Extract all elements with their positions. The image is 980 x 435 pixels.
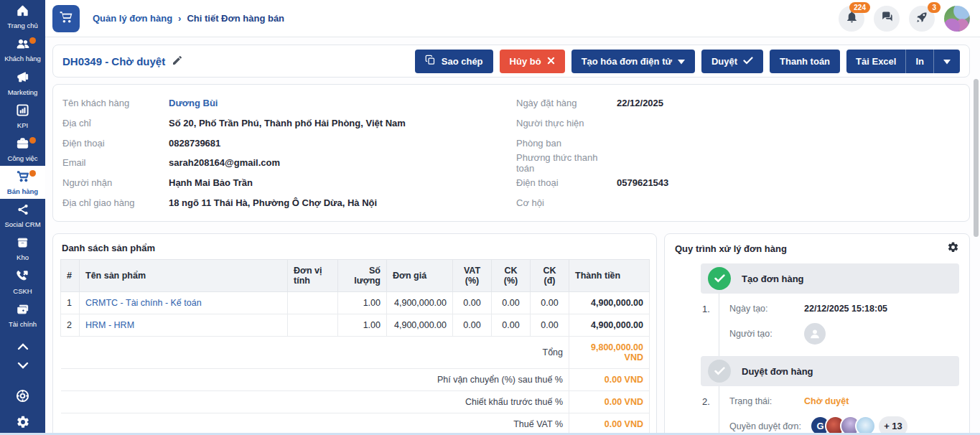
briefcase-icon	[16, 136, 29, 153]
edit-pencil-icon[interactable]	[172, 55, 183, 68]
home-icon	[16, 4, 29, 20]
field-label: Phương thức thanh toán	[516, 152, 617, 174]
approver-avatar[interactable]	[855, 416, 876, 435]
sidebar-item-marketing[interactable]: Marketing	[0, 66, 45, 99]
receiver-value: Hạnh Mai Bảo Trần	[169, 177, 253, 188]
notifications-badge: 224	[849, 2, 870, 13]
product-link[interactable]: CRMTC - Tài chính - Kế toán	[85, 298, 202, 308]
phone-value: 0828739681	[169, 138, 220, 149]
order-process-card: Quy trình xử lý đơn hàng Tạo đơn hàng 1.…	[664, 233, 970, 435]
process-title: Quy trình xử lý đơn hàng	[675, 243, 787, 254]
user-avatar[interactable]	[944, 6, 970, 32]
timeline-connector	[719, 271, 719, 435]
sidebar-item-trang-chu[interactable]: Trang chủ	[0, 0, 45, 33]
sidebar-scroll-down-icon[interactable]	[0, 356, 45, 375]
order-title: DH0349 - Chờ duyệt	[62, 55, 183, 68]
cart-icon	[16, 169, 30, 186]
customers-icon	[16, 37, 30, 53]
sidebar-item-cong-viec[interactable]: Công việc	[0, 133, 45, 166]
sidebar-item-kho[interactable]: Kho	[0, 233, 45, 266]
order-date-value: 22/12/2025	[617, 98, 663, 108]
phone2-value: 0579621543	[617, 177, 668, 188]
module-sales-tile[interactable]	[52, 5, 80, 32]
x-icon	[547, 56, 555, 67]
sidebar: Trang chủ Khách hàng Marketing KPI Công …	[0, 0, 45, 435]
col-product-name: Tên sản phẩm	[80, 260, 288, 292]
step-create-order-content: 1. Ngày tạo: 22/12/2025 15:18:05 Người t…	[729, 294, 959, 356]
step-approve-order-bar: Duyệt đơn hàng	[701, 356, 959, 386]
rocket-button[interactable]: 3	[909, 6, 935, 32]
product-link[interactable]: HRM - HRM	[85, 320, 134, 330]
col-price: Đơn giá	[387, 260, 453, 292]
phone-call-icon	[16, 269, 29, 286]
process-steps: Tạo đơn hàng 1. Ngày tạo: 22/12/2025 15:…	[675, 263, 959, 435]
product-table: # Tên sản phẩm Đơn vị tính Số lượng Đơn …	[60, 259, 650, 435]
finance-cards-icon	[16, 303, 29, 319]
col-ck-pct: CK (%)	[492, 260, 531, 292]
cart-icon	[58, 9, 74, 27]
step-create-order-bar: Tạo đơn hàng	[701, 263, 959, 294]
breadcrumb-parent[interactable]: Quản lý đơn hàng	[93, 13, 172, 24]
more-export-options-button[interactable]	[933, 50, 960, 73]
chat-icon	[880, 10, 894, 27]
address-value: Số 20, Phố Trần Phú, Thành phố Hải Phòng…	[169, 118, 406, 128]
cancel-button[interactable]: Hủy bỏ	[500, 50, 565, 73]
rocket-badge: 3	[928, 2, 941, 13]
shipping-fee: 0.00 VND	[569, 369, 650, 391]
create-einvoice-button[interactable]: Tạo hóa đơn điện tử	[571, 50, 695, 73]
sidebar-item-khach-hang[interactable]: Khách hàng	[0, 33, 45, 66]
megaphone-icon	[16, 70, 29, 87]
email-value: sarah208164@gmail.com	[169, 157, 280, 168]
summary-row-discount: Chiết khấu trước thuế % 0.00 VND	[61, 391, 650, 413]
export-excel-button[interactable]: Tải Excel	[846, 50, 905, 73]
status-badge: Chờ duyệt	[804, 396, 849, 406]
order-details-card: Tên khách hàngDương Bùi Địa chỉSố 20, Ph…	[52, 84, 970, 222]
warehouse-box-icon	[16, 236, 29, 252]
sidebar-item-ban-hang[interactable]: Bán hàng	[0, 166, 45, 199]
summary-row-vat: Thuế VAT % 0.00 VND	[61, 413, 650, 435]
notifications-button[interactable]: 224	[839, 6, 864, 32]
breadcrumb: Quản lý đơn hàng › Chi tiết Đơn hàng bán	[93, 13, 284, 24]
step-pending-check-icon	[708, 360, 731, 383]
field-label: Người thực hiện	[516, 118, 617, 128]
sidebar-item-social-crm[interactable]: Social CRM	[0, 199, 45, 232]
step-approve-order-content: 2. Trạng thái: Chờ duyệt Quyền duyệt đơn…	[729, 386, 959, 435]
caret-down-icon	[678, 56, 685, 67]
summary-row-shipping: Phí vận chuyển (%) sau thuế % 0.00 VND	[61, 369, 650, 391]
table-row: 1 CRMTC - Tài chính - Kế toán 1.00 4,900…	[61, 292, 650, 314]
col-vat: VAT (%)	[453, 260, 492, 292]
print-button[interactable]: In	[905, 50, 933, 73]
topbar: Quản lý đơn hàng › Chi tiết Đơn hàng bán…	[45, 0, 980, 37]
support-icon[interactable]	[0, 383, 45, 408]
messages-button[interactable]	[874, 6, 900, 32]
field-label: Người nhận	[62, 177, 169, 188]
field-label: Tên khách hàng	[62, 98, 169, 108]
table-header-row: # Tên sản phẩm Đơn vị tính Số lượng Đơn …	[61, 260, 650, 292]
step-done-check-icon	[708, 267, 731, 290]
sidebar-item-tai-chinh[interactable]: Tài chính	[0, 299, 45, 332]
order-actions: Sao chép Hủy bỏ Tạo hóa đơn điện tử Duyệ…	[415, 50, 960, 73]
summary-row-total: Tổng 9,800,000.00 VND	[61, 337, 650, 369]
process-settings-gear-icon[interactable]	[947, 241, 959, 256]
creator-avatar-placeholder	[804, 323, 826, 345]
sidebar-item-kpi[interactable]: KPI	[0, 100, 45, 133]
copy-button[interactable]: Sao chép	[415, 50, 493, 73]
settings-gear-icon[interactable]	[0, 409, 45, 435]
share-icon	[17, 203, 29, 219]
field-label: Phòng ban	[516, 138, 617, 149]
approve-button[interactable]: Duyệt	[701, 50, 763, 73]
sidebar-item-cskh[interactable]: CSKH	[0, 266, 45, 299]
rocket-icon	[915, 10, 929, 27]
field-label: Cơ hội	[516, 197, 617, 208]
vertical-scrollbar[interactable]	[974, 79, 979, 237]
pre-tax-discount: 0.00 VND	[569, 391, 650, 413]
sidebar-scroll-up-icon[interactable]	[0, 337, 45, 356]
breadcrumb-current: Chi tiết Đơn hàng bán	[187, 13, 284, 24]
pay-button[interactable]: Thanh toán	[770, 50, 840, 73]
breadcrumb-separator: ›	[178, 13, 181, 24]
customer-name-link[interactable]: Dương Bùi	[169, 98, 218, 108]
col-ck-d: CK (đ)	[531, 260, 569, 292]
created-date-value: 22/12/2025 15:18:05	[804, 304, 887, 314]
copy-icon	[425, 55, 436, 67]
kpi-chart-icon	[16, 103, 29, 120]
